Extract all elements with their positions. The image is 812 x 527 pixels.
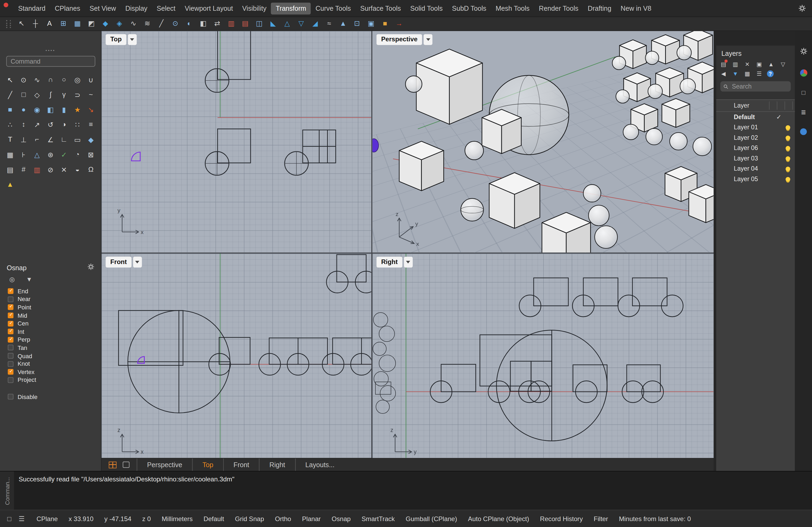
tool-icon[interactable]: ✓ xyxy=(57,148,71,161)
toolbar-icon[interactable]: ◫ xyxy=(255,20,264,27)
layer-row[interactable]: Default xyxy=(716,112,795,122)
status-bar-item[interactable]: Default xyxy=(204,515,224,523)
tool-icon[interactable]: ✕ xyxy=(57,163,71,176)
tool-icon[interactable]: ⊠ xyxy=(84,148,98,161)
viewport-tab[interactable]: Layouts... xyxy=(295,458,345,471)
tool-icon[interactable]: ↕ xyxy=(17,118,30,131)
osnap-tool-icon[interactable]: ▼ xyxy=(26,276,32,283)
status-bar-item[interactable]: Gumball (CPlane) xyxy=(406,515,457,523)
osnap-option[interactable]: Mid xyxy=(0,312,101,320)
viewport-title[interactable]: Perspective xyxy=(376,34,422,45)
menu-item[interactable]: Visibility xyxy=(238,2,271,14)
toolbar-icon[interactable]: ■ xyxy=(380,20,389,27)
layer-row[interactable]: Layer 03 xyxy=(716,153,795,164)
viewport-title-dropdown[interactable] xyxy=(404,257,413,268)
toolbar-icon[interactable]: → xyxy=(395,20,404,27)
command-input[interactable] xyxy=(6,56,95,66)
tool-icon[interactable]: ■ xyxy=(3,103,17,116)
layers-column-header[interactable]: Layer xyxy=(716,99,795,111)
palette-grip[interactable] xyxy=(0,45,101,52)
tool-icon[interactable]: ◇ xyxy=(30,88,44,101)
layer-visibility-bulb-icon[interactable] xyxy=(786,146,790,150)
layer-row[interactable]: Layer 06 xyxy=(716,143,795,153)
tool-icon[interactable]: ● xyxy=(17,103,30,116)
viewport-title-dropdown[interactable] xyxy=(424,34,433,45)
layers-toolbar-icon[interactable]: ▽ xyxy=(779,61,787,68)
display-mode-ball-icon[interactable] xyxy=(800,69,807,76)
tool-icon[interactable]: ∷ xyxy=(71,118,84,131)
checkbox-icon[interactable] xyxy=(8,288,13,294)
toolbar-icon[interactable]: ▥ xyxy=(227,20,236,27)
toolbar-icon[interactable]: △ xyxy=(283,20,292,27)
tool-icon[interactable]: ↺ xyxy=(44,118,57,131)
tool-icon[interactable]: ◒ xyxy=(71,163,84,176)
osnap-option[interactable]: Knot xyxy=(0,360,101,368)
menu-item[interactable]: Select xyxy=(152,2,180,14)
menu-item[interactable]: New in V8 xyxy=(616,2,656,14)
toolbar-icon[interactable]: ◈ xyxy=(115,20,124,27)
viewport-title-dropdown[interactable] xyxy=(133,257,142,268)
toolbar-icon[interactable]: ≋ xyxy=(143,20,152,27)
layer-row[interactable]: Layer 02 xyxy=(716,133,795,143)
menu-item[interactable]: Mesh Tools xyxy=(491,2,534,14)
layers-toolbar-icon[interactable]: ▥ xyxy=(731,61,740,68)
tool-icon[interactable]: ∿ xyxy=(30,73,44,86)
toolbar-icon[interactable]: ▽ xyxy=(297,20,306,27)
status-bar-item[interactable]: Millimeters xyxy=(162,515,192,523)
menu-item[interactable]: Surface Tools xyxy=(356,2,405,14)
menu-item[interactable]: Transform xyxy=(271,2,311,14)
tool-icon[interactable]: ⊦ xyxy=(17,148,30,161)
status-bar-left-icon[interactable]: ☰ xyxy=(18,515,25,523)
materials-ball-icon[interactable] xyxy=(800,128,807,135)
toolbar-icon[interactable]: ≈ xyxy=(325,20,334,27)
layer-visibility-bulb-icon[interactable] xyxy=(786,135,790,140)
viewport-tab[interactable]: Top xyxy=(192,458,223,471)
tool-icon[interactable]: ◧ xyxy=(44,103,57,116)
tool-icon[interactable]: ╱ xyxy=(3,88,17,101)
status-bar-item[interactable]: Ortho xyxy=(275,515,291,523)
layers-toolbar-icon[interactable]: ▲ xyxy=(767,61,775,68)
tool-icon[interactable]: ↗ xyxy=(30,118,44,131)
tool-icon[interactable]: ⊘ xyxy=(44,163,57,176)
viewport-tab[interactable]: Right xyxy=(259,458,295,471)
layers-view-icon[interactable]: ☰ xyxy=(755,70,764,77)
toolbar-icon[interactable]: ∿ xyxy=(129,20,138,27)
layers-toolbar-icon[interactable]: ▣ xyxy=(755,61,764,68)
osnap-disable-option[interactable]: Disable xyxy=(0,393,101,401)
osnap-option[interactable]: Quad xyxy=(0,352,101,360)
viewport-title-dropdown[interactable] xyxy=(128,34,137,45)
toolbar-icon[interactable]: A xyxy=(45,20,54,27)
status-bar-item[interactable]: Auto CPlane (Object) xyxy=(468,515,529,523)
tool-icon[interactable]: T xyxy=(3,133,17,146)
toolbar-icon[interactable]: ▲ xyxy=(338,20,347,27)
tool-icon[interactable]: □ xyxy=(17,88,30,101)
viewport-title[interactable]: Front xyxy=(105,257,131,268)
osnap-option[interactable]: Int xyxy=(0,328,101,336)
menu-item[interactable]: SubD Tools xyxy=(447,2,491,14)
tool-icon[interactable]: ▤ xyxy=(3,163,17,176)
checkbox-icon[interactable] xyxy=(8,369,13,375)
tool-icon[interactable]: ↖ xyxy=(3,73,17,86)
tool-icon[interactable]: ◎ xyxy=(71,73,84,86)
toolbar-icon[interactable]: ▤ xyxy=(241,20,250,27)
status-bar-item[interactable]: Filter xyxy=(594,515,608,523)
four-viewports-icon[interactable] xyxy=(109,461,117,468)
tool-icon[interactable]: ~ xyxy=(84,88,98,101)
tool-icon[interactable]: ∴ xyxy=(3,118,17,131)
command-panel-collapsed-tab[interactable]: Comman... xyxy=(0,471,14,510)
tool-icon[interactable]: ▮ xyxy=(57,103,71,116)
tool-icon[interactable]: ⌐ xyxy=(30,133,44,146)
tool-icon[interactable]: ⊙ xyxy=(17,73,30,86)
tool-icon[interactable]: Ω xyxy=(84,163,98,176)
tool-icon[interactable]: ⊥ xyxy=(17,133,30,146)
viewport-title[interactable]: Right xyxy=(376,257,402,268)
status-bar-item[interactable]: Grid Snap xyxy=(235,515,264,523)
toolbar-icon[interactable]: ▦ xyxy=(73,20,82,27)
toolbar-icon[interactable]: ⇄ xyxy=(213,20,222,27)
tool-icon[interactable]: ⊃ xyxy=(71,88,84,101)
osnap-settings-gear-icon[interactable] xyxy=(88,263,94,272)
layers-view-icon[interactable]: ? xyxy=(767,70,773,77)
checkbox-icon[interactable] xyxy=(8,297,13,302)
tool-icon[interactable]: ↘ xyxy=(84,103,98,116)
tool-icon[interactable]: ○ xyxy=(57,73,71,86)
